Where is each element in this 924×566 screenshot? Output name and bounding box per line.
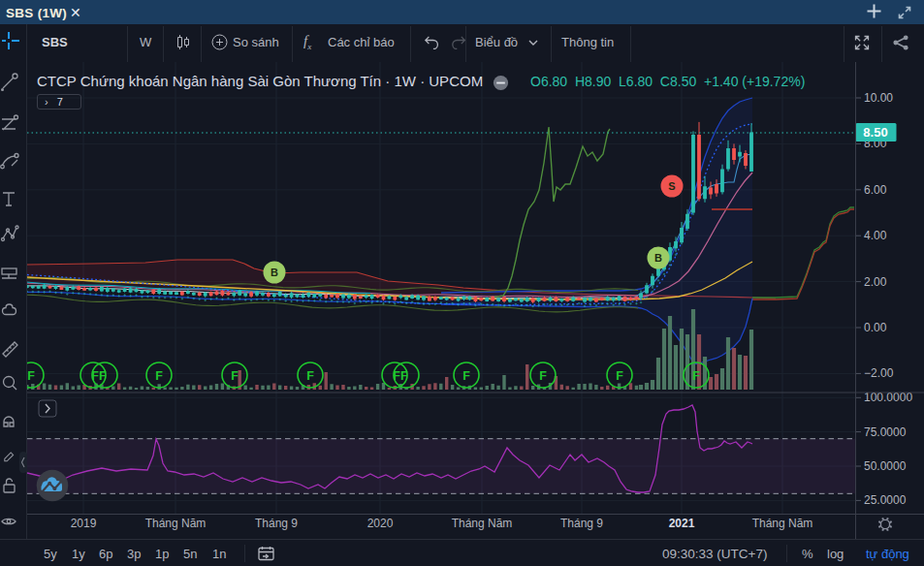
svg-text:75.0000: 75.0000: [864, 425, 907, 439]
svg-text:0.00: 0.00: [864, 321, 887, 334]
svg-text:2019: 2019: [71, 517, 97, 530]
svg-text:10.00: 10.00: [864, 91, 893, 105]
svg-text:F: F: [616, 369, 623, 383]
svg-text:Tháng Năm: Tháng Năm: [145, 517, 207, 530]
svg-text:−2.00: −2.00: [864, 366, 894, 380]
svg-text:Tháng 9: Tháng 9: [255, 517, 298, 530]
svg-text:F: F: [462, 369, 470, 383]
svg-text:Tháng Năm: Tháng Năm: [752, 517, 813, 530]
svg-text:FF: FF: [393, 369, 408, 383]
svg-text:2.00: 2.00: [864, 275, 887, 289]
svg-text:25.0000: 25.0000: [864, 493, 907, 507]
svg-text:2020: 2020: [367, 517, 394, 530]
svg-text:F: F: [231, 369, 239, 383]
svg-text:8.50: 8.50: [863, 125, 887, 140]
svg-text:4.00: 4.00: [864, 229, 887, 242]
svg-text:B: B: [654, 252, 662, 264]
svg-text:F: F: [27, 369, 35, 383]
svg-text:S: S: [668, 180, 675, 192]
svg-text:F: F: [692, 369, 700, 383]
svg-text:B: B: [271, 267, 278, 278]
svg-text:Tháng 9: Tháng 9: [560, 517, 603, 530]
svg-text:FF: FF: [91, 369, 107, 383]
svg-text:F: F: [155, 369, 163, 383]
svg-text:50.0000: 50.0000: [864, 459, 907, 473]
svg-text:2021: 2021: [669, 517, 695, 530]
svg-text:Tháng Năm: Tháng Năm: [452, 517, 513, 530]
svg-text:F: F: [539, 369, 547, 383]
svg-text:F: F: [306, 369, 314, 383]
svg-text:6.00: 6.00: [864, 183, 887, 197]
